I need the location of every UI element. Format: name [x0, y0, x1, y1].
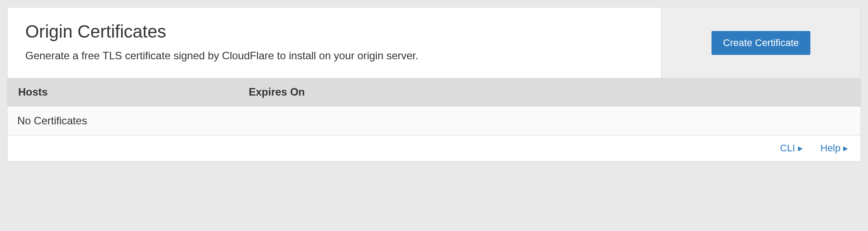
table-empty-row: No Certificates — [8, 106, 860, 135]
card-action-panel: Create Certificate — [661, 8, 860, 78]
card-header-text: Origin Certificates Generate a free TLS … — [8, 8, 661, 78]
help-link-label: Help — [821, 142, 841, 154]
origin-certificates-card: Origin Certificates Generate a free TLS … — [7, 7, 861, 162]
caret-right-icon: ▶ — [798, 145, 803, 152]
card-header-row: Origin Certificates Generate a free TLS … — [8, 8, 860, 78]
cli-link[interactable]: CLI ▶ — [780, 142, 803, 154]
help-link[interactable]: Help ▶ — [821, 142, 848, 154]
column-header-hosts: Hosts — [18, 86, 249, 98]
empty-message: No Certificates — [17, 115, 87, 127]
create-certificate-button[interactable]: Create Certificate — [712, 31, 810, 55]
card-title: Origin Certificates — [25, 22, 643, 42]
card-description: Generate a free TLS certificate signed b… — [25, 50, 643, 62]
card-footer: CLI ▶ Help ▶ — [8, 135, 860, 161]
table-header-row: Hosts Expires On — [8, 78, 860, 106]
column-header-expires: Expires On — [249, 86, 850, 98]
cli-link-label: CLI — [780, 142, 795, 154]
caret-right-icon: ▶ — [843, 145, 848, 152]
